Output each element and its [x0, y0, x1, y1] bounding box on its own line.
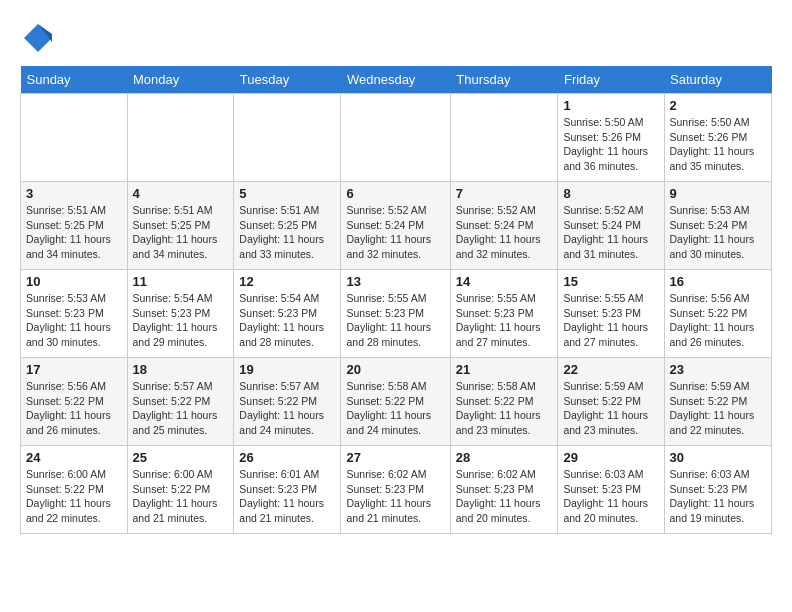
day-info: Sunrise: 5:57 AM Sunset: 5:22 PM Dayligh…: [133, 379, 229, 438]
day-info: Sunrise: 5:57 AM Sunset: 5:22 PM Dayligh…: [239, 379, 335, 438]
weekday-header-thursday: Thursday: [450, 66, 558, 94]
day-number: 15: [563, 274, 658, 289]
calendar-day-3: 3Sunrise: 5:51 AM Sunset: 5:25 PM Daylig…: [21, 182, 128, 270]
day-number: 13: [346, 274, 444, 289]
day-info: Sunrise: 5:56 AM Sunset: 5:22 PM Dayligh…: [26, 379, 122, 438]
day-info: Sunrise: 6:00 AM Sunset: 5:22 PM Dayligh…: [133, 467, 229, 526]
day-info: Sunrise: 5:58 AM Sunset: 5:22 PM Dayligh…: [456, 379, 553, 438]
day-number: 7: [456, 186, 553, 201]
day-number: 14: [456, 274, 553, 289]
day-number: 24: [26, 450, 122, 465]
day-number: 27: [346, 450, 444, 465]
weekday-header-row: SundayMondayTuesdayWednesdayThursdayFrid…: [21, 66, 772, 94]
day-number: 4: [133, 186, 229, 201]
day-info: Sunrise: 5:52 AM Sunset: 5:24 PM Dayligh…: [456, 203, 553, 262]
day-info: Sunrise: 5:55 AM Sunset: 5:23 PM Dayligh…: [346, 291, 444, 350]
day-number: 9: [670, 186, 767, 201]
calendar-day-23: 23Sunrise: 5:59 AM Sunset: 5:22 PM Dayli…: [664, 358, 772, 446]
day-number: 2: [670, 98, 767, 113]
day-info: Sunrise: 5:53 AM Sunset: 5:24 PM Dayligh…: [670, 203, 767, 262]
day-info: Sunrise: 5:55 AM Sunset: 5:23 PM Dayligh…: [456, 291, 553, 350]
day-info: Sunrise: 5:59 AM Sunset: 5:22 PM Dayligh…: [563, 379, 658, 438]
calendar-week-row: 17Sunrise: 5:56 AM Sunset: 5:22 PM Dayli…: [21, 358, 772, 446]
calendar-day-4: 4Sunrise: 5:51 AM Sunset: 5:25 PM Daylig…: [127, 182, 234, 270]
calendar-week-row: 24Sunrise: 6:00 AM Sunset: 5:22 PM Dayli…: [21, 446, 772, 534]
calendar-day-1: 1Sunrise: 5:50 AM Sunset: 5:26 PM Daylig…: [558, 94, 664, 182]
weekday-header-friday: Friday: [558, 66, 664, 94]
calendar-table: SundayMondayTuesdayWednesdayThursdayFrid…: [20, 66, 772, 534]
calendar-day-5: 5Sunrise: 5:51 AM Sunset: 5:25 PM Daylig…: [234, 182, 341, 270]
day-info: Sunrise: 6:02 AM Sunset: 5:23 PM Dayligh…: [456, 467, 553, 526]
calendar-week-row: 1Sunrise: 5:50 AM Sunset: 5:26 PM Daylig…: [21, 94, 772, 182]
day-number: 11: [133, 274, 229, 289]
calendar-day-21: 21Sunrise: 5:58 AM Sunset: 5:22 PM Dayli…: [450, 358, 558, 446]
day-number: 30: [670, 450, 767, 465]
day-info: Sunrise: 6:01 AM Sunset: 5:23 PM Dayligh…: [239, 467, 335, 526]
calendar-day-2: 2Sunrise: 5:50 AM Sunset: 5:26 PM Daylig…: [664, 94, 772, 182]
calendar-day-27: 27Sunrise: 6:02 AM Sunset: 5:23 PM Dayli…: [341, 446, 450, 534]
day-info: Sunrise: 5:56 AM Sunset: 5:22 PM Dayligh…: [670, 291, 767, 350]
day-number: 10: [26, 274, 122, 289]
calendar-week-row: 10Sunrise: 5:53 AM Sunset: 5:23 PM Dayli…: [21, 270, 772, 358]
day-info: Sunrise: 5:59 AM Sunset: 5:22 PM Dayligh…: [670, 379, 767, 438]
calendar-day-30: 30Sunrise: 6:03 AM Sunset: 5:23 PM Dayli…: [664, 446, 772, 534]
day-number: 29: [563, 450, 658, 465]
calendar-day-18: 18Sunrise: 5:57 AM Sunset: 5:22 PM Dayli…: [127, 358, 234, 446]
day-info: Sunrise: 5:55 AM Sunset: 5:23 PM Dayligh…: [563, 291, 658, 350]
day-number: 3: [26, 186, 122, 201]
empty-day: [127, 94, 234, 182]
calendar-day-16: 16Sunrise: 5:56 AM Sunset: 5:22 PM Dayli…: [664, 270, 772, 358]
calendar-day-29: 29Sunrise: 6:03 AM Sunset: 5:23 PM Dayli…: [558, 446, 664, 534]
day-info: Sunrise: 5:50 AM Sunset: 5:26 PM Dayligh…: [670, 115, 767, 174]
calendar-day-7: 7Sunrise: 5:52 AM Sunset: 5:24 PM Daylig…: [450, 182, 558, 270]
day-number: 22: [563, 362, 658, 377]
calendar-day-9: 9Sunrise: 5:53 AM Sunset: 5:24 PM Daylig…: [664, 182, 772, 270]
logo: [20, 20, 58, 56]
calendar-day-14: 14Sunrise: 5:55 AM Sunset: 5:23 PM Dayli…: [450, 270, 558, 358]
day-info: Sunrise: 5:52 AM Sunset: 5:24 PM Dayligh…: [563, 203, 658, 262]
weekday-header-monday: Monday: [127, 66, 234, 94]
day-number: 28: [456, 450, 553, 465]
calendar-day-26: 26Sunrise: 6:01 AM Sunset: 5:23 PM Dayli…: [234, 446, 341, 534]
day-number: 1: [563, 98, 658, 113]
calendar-day-28: 28Sunrise: 6:02 AM Sunset: 5:23 PM Dayli…: [450, 446, 558, 534]
weekday-header-wednesday: Wednesday: [341, 66, 450, 94]
calendar-day-10: 10Sunrise: 5:53 AM Sunset: 5:23 PM Dayli…: [21, 270, 128, 358]
day-number: 16: [670, 274, 767, 289]
day-info: Sunrise: 5:51 AM Sunset: 5:25 PM Dayligh…: [133, 203, 229, 262]
header: [20, 16, 772, 56]
weekday-header-tuesday: Tuesday: [234, 66, 341, 94]
day-number: 21: [456, 362, 553, 377]
weekday-header-sunday: Sunday: [21, 66, 128, 94]
calendar-day-12: 12Sunrise: 5:54 AM Sunset: 5:23 PM Dayli…: [234, 270, 341, 358]
calendar-day-24: 24Sunrise: 6:00 AM Sunset: 5:22 PM Dayli…: [21, 446, 128, 534]
calendar-day-13: 13Sunrise: 5:55 AM Sunset: 5:23 PM Dayli…: [341, 270, 450, 358]
logo-icon: [20, 20, 56, 56]
day-info: Sunrise: 5:51 AM Sunset: 5:25 PM Dayligh…: [26, 203, 122, 262]
day-info: Sunrise: 6:03 AM Sunset: 5:23 PM Dayligh…: [670, 467, 767, 526]
day-number: 17: [26, 362, 122, 377]
page: SundayMondayTuesdayWednesdayThursdayFrid…: [0, 0, 792, 550]
day-info: Sunrise: 5:53 AM Sunset: 5:23 PM Dayligh…: [26, 291, 122, 350]
calendar-day-17: 17Sunrise: 5:56 AM Sunset: 5:22 PM Dayli…: [21, 358, 128, 446]
day-info: Sunrise: 5:58 AM Sunset: 5:22 PM Dayligh…: [346, 379, 444, 438]
day-number: 18: [133, 362, 229, 377]
calendar-week-row: 3Sunrise: 5:51 AM Sunset: 5:25 PM Daylig…: [21, 182, 772, 270]
day-number: 26: [239, 450, 335, 465]
day-info: Sunrise: 5:54 AM Sunset: 5:23 PM Dayligh…: [133, 291, 229, 350]
empty-day: [450, 94, 558, 182]
empty-day: [234, 94, 341, 182]
calendar-day-19: 19Sunrise: 5:57 AM Sunset: 5:22 PM Dayli…: [234, 358, 341, 446]
calendar-day-25: 25Sunrise: 6:00 AM Sunset: 5:22 PM Dayli…: [127, 446, 234, 534]
day-number: 19: [239, 362, 335, 377]
day-info: Sunrise: 5:50 AM Sunset: 5:26 PM Dayligh…: [563, 115, 658, 174]
calendar-day-15: 15Sunrise: 5:55 AM Sunset: 5:23 PM Dayli…: [558, 270, 664, 358]
empty-day: [21, 94, 128, 182]
day-info: Sunrise: 5:54 AM Sunset: 5:23 PM Dayligh…: [239, 291, 335, 350]
calendar-day-11: 11Sunrise: 5:54 AM Sunset: 5:23 PM Dayli…: [127, 270, 234, 358]
day-number: 25: [133, 450, 229, 465]
day-number: 8: [563, 186, 658, 201]
calendar-day-6: 6Sunrise: 5:52 AM Sunset: 5:24 PM Daylig…: [341, 182, 450, 270]
calendar-day-8: 8Sunrise: 5:52 AM Sunset: 5:24 PM Daylig…: [558, 182, 664, 270]
day-number: 12: [239, 274, 335, 289]
